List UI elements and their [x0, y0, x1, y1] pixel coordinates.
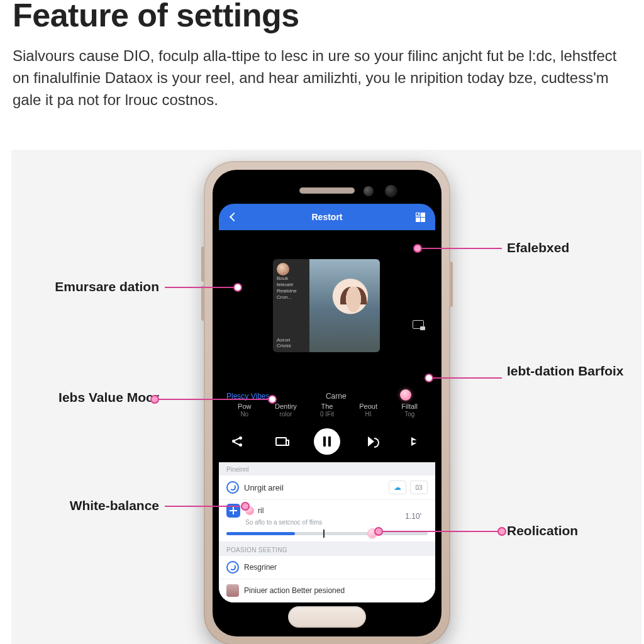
- grid-icon: [416, 213, 425, 221]
- cast-button[interactable]: [270, 431, 292, 452]
- slider-fill: [226, 532, 295, 535]
- setting-row-3[interactable]: Piniuer action Better pesioned: [219, 579, 435, 602]
- annotation-emursare: Emursare dation: [11, 279, 159, 294]
- leader-line: [155, 399, 268, 400]
- notification-dot[interactable]: [400, 389, 411, 401]
- artist-avatar: [277, 263, 289, 275]
- setting-row-1[interactable]: Unrgit areil ☁ 03: [219, 475, 435, 500]
- leader-node: [413, 244, 422, 253]
- send-icon: [411, 437, 423, 446]
- leader-node: [241, 502, 250, 511]
- leader-node: [497, 527, 506, 536]
- annotation-efalebxed: Efalebxed: [507, 240, 569, 255]
- leader-node: [374, 527, 383, 536]
- sub-desc: So aflo to a setcnoc of flims: [226, 519, 428, 526]
- home-button[interactable]: [288, 606, 366, 628]
- tab-col-4-t1: Filtall: [389, 402, 430, 411]
- pause-bar-icon: [323, 436, 326, 447]
- album-bottom2: Cnoss: [277, 343, 306, 348]
- settings-panel: Pineinnl Unrgit areil ☁ 03: [219, 462, 435, 602]
- setting-row-2[interactable]: Resgriner: [219, 556, 435, 579]
- video-area[interactable]: Bouk teleoetr Reaiidne Cron... Aoron Cno…: [219, 230, 435, 388]
- annotation-iebs-value: Iebs Value Moor: [11, 390, 159, 405]
- annotation-iebt-dation: Iebt-dation Barfoix: [507, 364, 624, 379]
- album-art: [309, 259, 380, 352]
- progress-slider[interactable]: [226, 532, 428, 535]
- section-title: POASION SEETING: [219, 541, 435, 556]
- tab-col-4[interactable]: Filtall Tog: [389, 402, 430, 418]
- tab-col-4-t2: Tog: [389, 411, 430, 418]
- tab-col-0-t2: No: [224, 411, 265, 418]
- album-info: Bouk teleoetr Reaiidne Cron... Aoron Cno…: [273, 259, 309, 352]
- front-camera: [385, 185, 397, 197]
- back-button[interactable]: [225, 208, 243, 226]
- sub-title-text: ril: [258, 506, 264, 515]
- leader-line: [379, 531, 502, 532]
- tab-col-0[interactable]: Pow No: [224, 402, 265, 418]
- app-header: Restort: [219, 204, 435, 230]
- sub-value: 1.10': [405, 512, 421, 521]
- panel-caption: Pineinnl: [219, 462, 435, 475]
- badge-chip[interactable]: 03: [410, 480, 428, 494]
- share-icon: [232, 436, 242, 447]
- next-icon: [368, 436, 379, 447]
- badge-value: 03: [415, 484, 422, 491]
- leader-line: [165, 506, 240, 507]
- slider-row: [219, 527, 435, 541]
- screen: Restort Bouk teleoetr: [219, 204, 435, 602]
- setting-sub: ril So aflo to a setcnoc of flims 1.10': [219, 500, 435, 527]
- sensor-dot: [364, 186, 374, 196]
- header-title: Restort: [311, 212, 342, 222]
- leader-node: [150, 395, 159, 404]
- tab-col-2[interactable]: The 0 IFit: [306, 402, 348, 418]
- pip-icon[interactable]: [413, 320, 424, 329]
- leader-node: [233, 283, 242, 292]
- avatar-icon: [226, 584, 239, 597]
- tab-col-1[interactable]: Dentiry rolor: [265, 402, 307, 418]
- tab-col-3[interactable]: Peout HI: [348, 402, 389, 418]
- setting-row-1-title: Unrgit areil: [244, 483, 284, 492]
- product-area: Restort Bouk teleoetr: [11, 150, 641, 644]
- tab-col-2-t2: 0 IFit: [306, 411, 348, 418]
- annotation-white-balance: White-balance: [11, 498, 159, 513]
- annotation-reolication: Reolication: [507, 523, 578, 538]
- chevron-left-icon: [230, 213, 238, 221]
- page-title: Feature of settings: [0, 0, 644, 34]
- power-key[interactable]: [450, 262, 453, 307]
- tab-col-0-t1: Pow: [224, 402, 265, 411]
- tab-col-2-t1: The: [306, 402, 348, 411]
- speaker-grille: [299, 187, 355, 194]
- slider-marker: [323, 530, 325, 538]
- leader-line: [165, 287, 234, 288]
- play-pause-button[interactable]: [314, 428, 340, 455]
- refresh-icon: [226, 561, 239, 574]
- share-button[interactable]: [226, 431, 248, 452]
- tab-col-1-t2: rolor: [265, 411, 307, 418]
- cast-icon: [275, 437, 287, 446]
- album-line2: Reaiidne Cron...: [277, 288, 306, 301]
- tab-col-3-t1: Peout: [348, 402, 389, 411]
- tab-col-3-t2: HI: [348, 411, 389, 418]
- refresh-icon: [226, 481, 239, 494]
- album-line1: Bouk teleoetr: [277, 275, 306, 288]
- leader-line: [418, 248, 502, 249]
- tabs-center-label: Carne: [326, 392, 347, 401]
- media-controls: [219, 423, 435, 462]
- pause-bar-icon: [328, 436, 331, 447]
- leader-node: [425, 374, 433, 382]
- volume-down-key[interactable]: [201, 286, 204, 321]
- phone-bezel: Restort Bouk teleoetr: [213, 170, 441, 636]
- volume-up-key[interactable]: [201, 247, 204, 282]
- next-button[interactable]: [363, 431, 384, 452]
- phone-frame: Restort Bouk teleoetr: [204, 161, 450, 644]
- tab-columns: Pow No Dentiry rolor The 0 IFit Peout: [219, 401, 435, 423]
- cloud-chip[interactable]: ☁: [389, 480, 406, 494]
- leader-node: [268, 395, 277, 404]
- leader-line: [429, 377, 502, 379]
- page-description: Sialvours cause DIO, foculp alla-ttipe t…: [0, 34, 644, 123]
- setting-row-3-title: Piniuer action Better pesioned: [244, 586, 345, 595]
- grid-button[interactable]: [411, 208, 429, 226]
- album-bottom1: Aoron: [277, 337, 306, 343]
- send-button[interactable]: [406, 431, 428, 452]
- album-card[interactable]: Bouk teleoetr Reaiidne Cron... Aoron Cno…: [273, 259, 380, 352]
